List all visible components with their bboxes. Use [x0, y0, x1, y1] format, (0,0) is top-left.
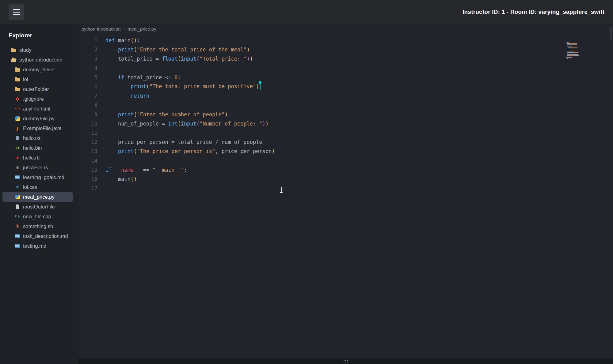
tree-item-label: anyFile.html: [23, 106, 50, 112]
folder-open-icon: [11, 57, 17, 62]
scrollbar-thumb[interactable]: [610, 27, 612, 40]
panel-resize-strip: [78, 358, 613, 364]
tree-item-label: hello.rb: [23, 155, 40, 161]
explorer-sidebar: Explorer studypython-introductiondummy_f…: [0, 24, 78, 364]
folder-item-outerFolder[interactable]: outerFolder: [2, 84, 73, 94]
code-line[interactable]: 6 print("The total price must be positiv…: [78, 82, 613, 91]
line-number: 5: [78, 74, 97, 81]
code-line-content: print("Enter the number of people"): [97, 111, 228, 118]
java-icon: J: [15, 126, 20, 131]
line-number: 12: [78, 139, 97, 145]
file-item-anyFile.html[interactable]: <>anyFile.html: [2, 104, 73, 114]
file-item-meal_price.py[interactable]: meal_price.py: [2, 192, 73, 202]
file-tree: studypython-introductiondummy_folderlolo…: [0, 39, 78, 251]
hamburger-menu-button[interactable]: [9, 4, 24, 20]
code-line-content: print("Enter the total price of the meal…: [97, 47, 250, 53]
file-item-learning_goals.md[interactable]: M↓learning_goals.md: [2, 172, 73, 182]
line-number: 6: [78, 84, 97, 90]
file-item-testing.md[interactable]: M↓testing.md: [2, 241, 73, 251]
code-line[interactable]: 2 print("Enter the total price of the me…: [78, 45, 613, 54]
file-item-dummyFile.py[interactable]: dummyFile.py: [2, 114, 73, 123]
minimap[interactable]: [566, 42, 586, 60]
code-line[interactable]: 10 num_of_people = int(input("Number of …: [78, 119, 613, 128]
code-line[interactable]: 4: [78, 64, 613, 73]
code-line[interactable]: 5 if total_price <= 0:: [78, 73, 613, 82]
explorer-title: Explorer: [0, 24, 78, 39]
markdown-icon: M↓: [15, 174, 20, 180]
shell-icon: $: [15, 223, 20, 229]
tree-item-label: ExampleFile.java: [23, 126, 62, 131]
remote-collaborator-cursor: [260, 83, 261, 90]
code-line[interactable]: 17: [78, 184, 613, 193]
code-line-content: return: [97, 93, 149, 99]
tree-item-label: .gitignore: [23, 96, 44, 102]
file-icon: [15, 204, 20, 209]
file-item-new_file.cpp[interactable]: C+new_file.cpp: [2, 212, 73, 221]
file-item-hallo.txt[interactable]: hallo.txt: [2, 133, 73, 143]
file-item-.gitignore[interactable]: .gitignore: [2, 94, 73, 104]
html-icon: <>: [15, 106, 20, 111]
folder-icon: [11, 47, 17, 53]
file-item-justAFile.rs[interactable]: ⚙justAFile.rs: [2, 163, 73, 172]
hamburger-icon: [13, 9, 20, 10]
file-item-ExampleFile.java[interactable]: JExampleFile.java: [2, 123, 73, 133]
code-line[interactable]: 7 return: [78, 91, 613, 100]
file-item-something.sh[interactable]: $something.sh: [2, 221, 73, 231]
code-line[interactable]: 11: [78, 128, 613, 137]
tree-item-label: learning_goals.md: [23, 174, 64, 180]
code-line-content: total_price = float(input("Total price: …: [97, 56, 253, 62]
python-icon: [15, 194, 20, 200]
tree-item-label: task_description.md: [23, 233, 68, 239]
breadcrumb-item[interactable]: meal_price.py: [128, 26, 156, 32]
code-line[interactable]: 16 main(): [78, 174, 613, 184]
code-line[interactable]: 3 total_price = float(input("Total price…: [78, 54, 613, 63]
code-line[interactable]: 14: [78, 156, 613, 165]
folder-icon: [15, 86, 20, 92]
code-editor[interactable]: python-introduction›meal_price.py 1def m…: [78, 24, 613, 358]
file-item-hello.bin[interactable]: 01hello.bin: [2, 143, 73, 153]
vertical-scrollbar[interactable]: [609, 24, 613, 358]
file-item-task_description.md[interactable]: M↓task_description.md: [2, 231, 73, 241]
code-area[interactable]: 1def main():2 print("Enter the total pri…: [78, 33, 613, 193]
folder-item-lol[interactable]: lol: [2, 74, 73, 84]
tree-item-label: lol: [23, 77, 28, 82]
ruby-icon: ◆: [15, 155, 20, 160]
folder-item-python-introduction[interactable]: python-introduction: [2, 55, 73, 65]
tree-item-label: meal_price.py: [23, 194, 55, 200]
text-file-icon: [15, 135, 20, 141]
cpp-icon: C+: [15, 214, 20, 219]
tree-item-label: hallo.txt: [23, 135, 40, 141]
folder-children: dummy_folderlolouterFolder.gitignore<>an…: [0, 65, 78, 251]
tree-item-label: outerFolder: [23, 86, 49, 92]
code-line[interactable]: 1def main():: [78, 36, 613, 45]
line-number: 10: [78, 121, 97, 127]
code-line[interactable]: 13 print("The price per person is", pric…: [78, 147, 613, 156]
tree-item-label: python-introduction: [19, 57, 62, 63]
folder-item-study[interactable]: study: [2, 45, 73, 55]
tree-item-label: study: [19, 47, 31, 53]
code-line[interactable]: 15if __name__ == "__main__":: [78, 165, 613, 174]
file-item-lol.css[interactable]: #lol.css: [2, 182, 73, 192]
markdown-icon: M↓: [15, 233, 20, 239]
line-number: 11: [78, 130, 97, 136]
tree-item-label: mostOuterFile: [23, 204, 55, 210]
tree-item-label: dummyFile.py: [23, 116, 55, 122]
git-icon: [15, 96, 20, 102]
code-line[interactable]: 8: [78, 100, 613, 110]
drag-handle-icon[interactable]: [344, 360, 348, 363]
line-number: 17: [78, 185, 97, 191]
breadcrumb-item[interactable]: python-introduction: [82, 26, 121, 32]
binary-file-icon: 01: [15, 145, 20, 151]
code-line[interactable]: 12 price_per_person = total_price / num_…: [78, 137, 613, 147]
tree-item-label: new_file.cpp: [23, 214, 51, 220]
folder-item-dummy_folder[interactable]: dummy_folder: [2, 65, 73, 74]
file-item-hello.rb[interactable]: ◆hello.rb: [2, 153, 73, 163]
line-number: 16: [78, 176, 97, 182]
code-line[interactable]: 9 print("Enter the number of people"): [78, 110, 613, 119]
rust-icon: ⚙: [15, 165, 20, 170]
tree-item-label: something.sh: [23, 223, 53, 229]
file-item-mostOuterFile[interactable]: mostOuterFile: [2, 202, 73, 212]
code-line-content: price_per_person = total_price / num_of_…: [97, 139, 262, 145]
tree-item-label: justAFile.rs: [23, 165, 48, 171]
session-info-label: Instructor ID: 1 - Room ID: varying_sapp…: [463, 9, 604, 15]
